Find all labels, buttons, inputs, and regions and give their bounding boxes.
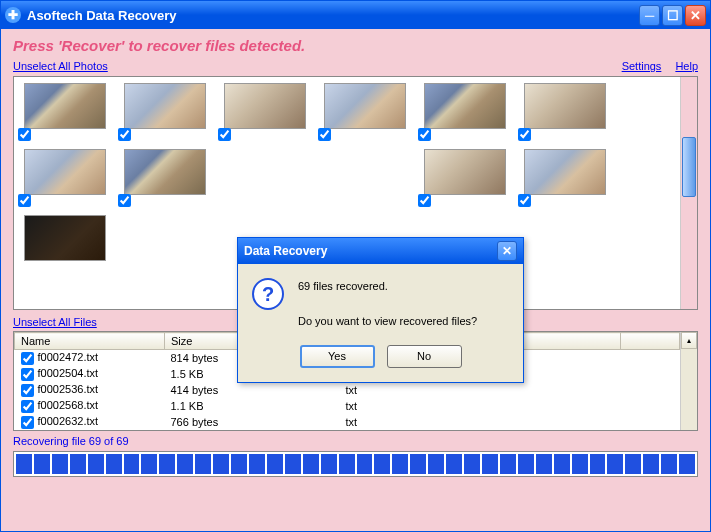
main-window: ✚ Asoftech Data Recovery ─ ☐ ✕ Press 'Re… — [0, 0, 711, 532]
progress-bar — [13, 451, 698, 477]
photo-item[interactable] — [24, 83, 106, 129]
col-header-name[interactable]: Name — [15, 333, 165, 350]
minimize-button[interactable]: ─ — [639, 5, 660, 26]
unselect-files-link[interactable]: Unselect All Files — [13, 316, 97, 328]
settings-link[interactable]: Settings — [622, 60, 662, 72]
yes-button[interactable]: Yes — [300, 345, 375, 368]
photo-checkbox[interactable] — [18, 128, 31, 141]
photo-checkbox[interactable] — [18, 194, 31, 207]
help-link[interactable]: Help — [675, 60, 698, 72]
no-button[interactable]: No — [387, 345, 462, 368]
table-row[interactable]: f0002632.txt766 bytestxt — [15, 414, 680, 430]
titlebar: ✚ Asoftech Data Recovery ─ ☐ ✕ — [1, 1, 710, 29]
photo-checkbox[interactable] — [418, 128, 431, 141]
scroll-up-icon[interactable]: ▴ — [681, 332, 697, 349]
photo-item[interactable] — [24, 215, 106, 261]
photo-checkbox[interactable] — [118, 128, 131, 141]
file-scrollbar[interactable]: ▴ — [680, 332, 697, 430]
question-icon: ? — [252, 278, 284, 310]
maximize-button[interactable]: ☐ — [662, 5, 683, 26]
photo-item[interactable] — [524, 149, 606, 195]
photo-item[interactable] — [424, 149, 506, 195]
close-button[interactable]: ✕ — [685, 5, 706, 26]
photo-item[interactable] — [124, 149, 206, 195]
dialog-message-2: Do you want to view recovered files? — [298, 313, 477, 331]
instruction-text: Press 'Recover' to recover files detecte… — [13, 37, 698, 54]
photo-checkbox[interactable] — [418, 194, 431, 207]
table-row[interactable]: f0002536.txt414 bytestxt — [15, 382, 680, 398]
photo-item[interactable] — [124, 83, 206, 129]
photo-checkbox[interactable] — [318, 128, 331, 141]
photo-checkbox[interactable] — [218, 128, 231, 141]
photo-item[interactable] — [424, 83, 506, 129]
dialog-close-button[interactable]: ✕ — [497, 241, 517, 261]
photo-item[interactable] — [524, 83, 606, 129]
photo-item[interactable] — [224, 83, 306, 129]
recovery-dialog: Data Recovery ✕ ? 69 files recovered. Do… — [237, 237, 524, 383]
table-row[interactable]: f0002568.txt1.1 KBtxt — [15, 398, 680, 414]
file-checkbox[interactable] — [21, 416, 34, 429]
dialog-title: Data Recovery — [244, 244, 497, 258]
unselect-photos-link[interactable]: Unselect All Photos — [13, 60, 108, 72]
file-checkbox[interactable] — [21, 352, 34, 365]
photo-item[interactable] — [24, 149, 106, 195]
col-header-empty[interactable] — [620, 333, 679, 350]
window-title: Asoftech Data Recovery — [27, 8, 639, 23]
status-text: Recovering file 69 of 69 — [13, 435, 698, 447]
photo-checkbox[interactable] — [518, 128, 531, 141]
photo-checkbox[interactable] — [518, 194, 531, 207]
photo-checkbox[interactable] — [118, 194, 131, 207]
file-checkbox[interactable] — [21, 400, 34, 413]
file-checkbox[interactable] — [21, 384, 34, 397]
photo-scrollbar[interactable] — [680, 77, 697, 309]
dialog-message-1: 69 files recovered. — [298, 278, 477, 296]
file-checkbox[interactable] — [21, 368, 34, 381]
app-icon: ✚ — [5, 7, 21, 23]
photo-item[interactable] — [324, 83, 406, 129]
